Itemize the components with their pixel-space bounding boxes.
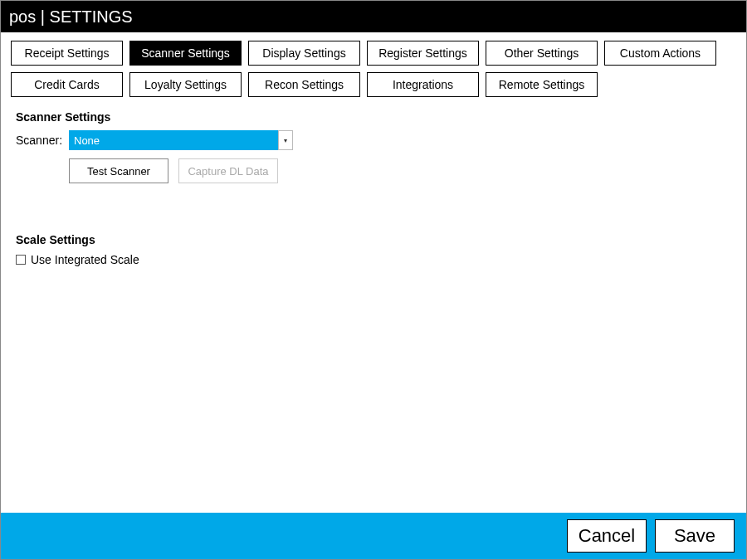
tab-other-settings[interactable]: Other Settings (486, 41, 598, 66)
tab-scanner-settings[interactable]: Scanner Settings (129, 41, 242, 66)
capture-dl-data-button: Capture DL Data (178, 158, 278, 183)
tab-loyalty-settings[interactable]: Loyalty Settings (129, 72, 242, 97)
chevron-down-icon[interactable]: ▾ (278, 130, 293, 150)
tab-credit-cards[interactable]: Credit Cards (11, 72, 123, 97)
integrated-scale-label: Use Integrated Scale (31, 253, 139, 266)
tab-custom-actions[interactable]: Custom Actions (604, 41, 716, 66)
tab-integrations[interactable]: Integrations (367, 72, 479, 97)
footer-bar: Cancel Save (1, 513, 746, 559)
scanner-row: Scanner: None ▾ (16, 130, 731, 150)
window-title: pos | SETTINGS (9, 7, 133, 27)
tab-remote-settings[interactable]: Remote Settings (486, 72, 598, 97)
titlebar: pos | SETTINGS (1, 1, 746, 32)
scanner-section-title: Scanner Settings (16, 110, 731, 124)
tab-recon-settings[interactable]: Recon Settings (248, 72, 360, 97)
integrated-scale-row: Use Integrated Scale (16, 253, 731, 266)
save-button[interactable]: Save (655, 519, 735, 553)
test-scanner-button[interactable]: Test Scanner (69, 158, 168, 183)
scanner-dropdown[interactable]: None ▾ (69, 130, 293, 150)
scanner-dropdown-value: None (69, 130, 278, 150)
tab-display-settings[interactable]: Display Settings (248, 41, 360, 66)
scanner-button-row: Test Scanner Capture DL Data (69, 158, 731, 183)
tabs-container: Receipt Settings Scanner Settings Displa… (1, 32, 746, 104)
tab-register-settings[interactable]: Register Settings (367, 41, 479, 66)
scanner-label: Scanner: (16, 134, 64, 147)
tab-receipt-settings[interactable]: Receipt Settings (11, 41, 123, 66)
integrated-scale-checkbox[interactable] (16, 255, 26, 265)
cancel-button[interactable]: Cancel (567, 519, 647, 553)
content-area: Scanner Settings Scanner: None ▾ Test Sc… (1, 104, 746, 513)
scale-section-title: Scale Settings (16, 233, 731, 246)
